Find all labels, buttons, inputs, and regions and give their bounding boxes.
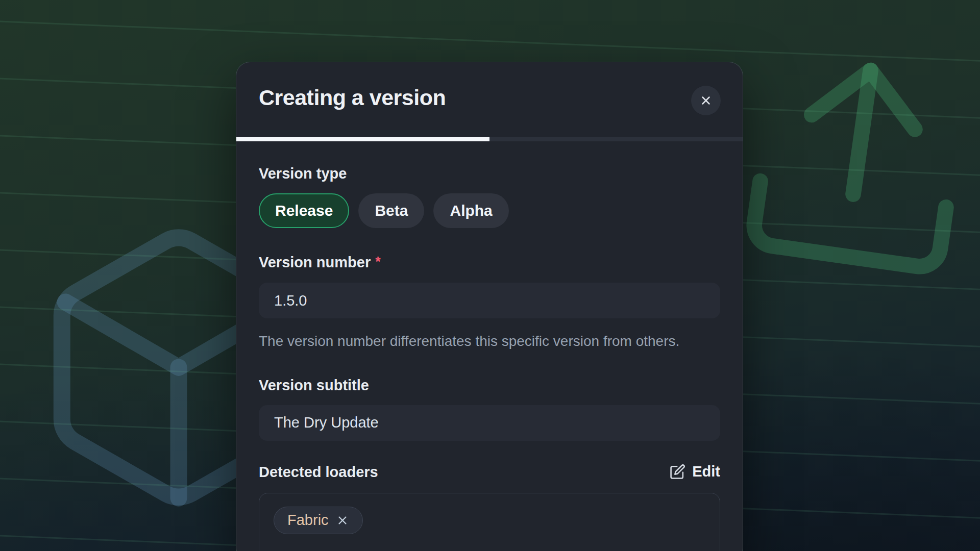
- create-version-modal: Creating a version Version type Release …: [236, 62, 743, 551]
- detected-loaders-box: Fabric: [259, 493, 720, 551]
- modal-body: Version type Release Beta Alpha Version …: [236, 165, 743, 551]
- remove-x-icon: [336, 514, 349, 527]
- progress-bar: [236, 137, 743, 141]
- progress-fill: [236, 137, 489, 141]
- remove-loader-button[interactable]: [336, 514, 349, 527]
- version-subtitle-input[interactable]: [259, 405, 720, 441]
- version-number-label-text: Version number: [259, 254, 371, 270]
- page-background: { "modal": { "title": "Creating a versio…: [0, 0, 980, 551]
- chip-release[interactable]: Release: [259, 193, 349, 228]
- detected-loaders-row: Detected loaders Edit: [259, 463, 720, 481]
- chip-alpha[interactable]: Alpha: [433, 193, 508, 228]
- version-number-input[interactable]: [259, 283, 720, 318]
- edit-label: Edit: [692, 463, 720, 480]
- required-asterisk: *: [375, 254, 381, 269]
- close-icon: [699, 93, 713, 108]
- chip-beta[interactable]: Beta: [358, 193, 424, 228]
- version-number-label: Version number*: [259, 254, 720, 271]
- detected-loaders-label: Detected loaders: [259, 463, 378, 481]
- loader-name: Fabric: [287, 512, 329, 529]
- version-subtitle-label: Version subtitle: [259, 377, 720, 394]
- close-button[interactable]: [691, 86, 721, 115]
- version-number-help: The version number differentiates this s…: [259, 332, 690, 351]
- upload-arrow-icon: [716, 22, 980, 304]
- loader-chip-fabric: Fabric: [274, 507, 363, 534]
- version-type-label: Version type: [259, 165, 720, 182]
- background-line: [0, 18, 980, 68]
- edit-loaders-button[interactable]: Edit: [670, 463, 720, 480]
- version-type-chips: Release Beta Alpha: [259, 193, 720, 228]
- modal-header: Creating a version: [236, 62, 743, 109]
- edit-pencil-icon: [670, 464, 685, 480]
- modal-title: Creating a version: [259, 87, 720, 109]
